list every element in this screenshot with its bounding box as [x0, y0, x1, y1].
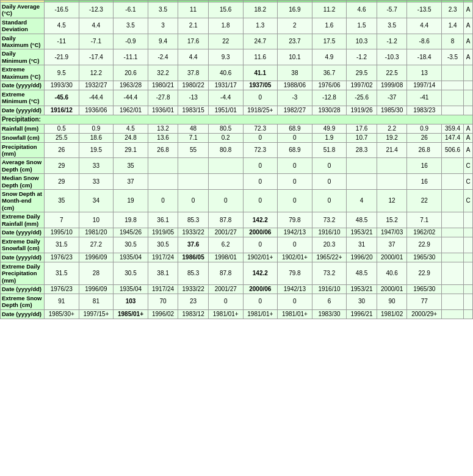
- cell-value: 16.9: [278, 2, 312, 18]
- cell-value: [464, 262, 473, 284]
- cell-value: 1902/01+: [243, 253, 278, 262]
- table-row: Precipitation:: [1, 115, 473, 124]
- cell-value: -5.7: [377, 2, 407, 18]
- cell-value: [442, 90, 464, 106]
- cell-value: A: [464, 18, 473, 34]
- table-row: Date (yyyy/dd)1976/231996/091935/041917/…: [1, 253, 473, 262]
- cell-value: 29.5: [347, 65, 377, 81]
- row-label: Rainfall (mm): [1, 124, 45, 133]
- table-row: Date (yyyy/dd)1995/101981/201945/261919/…: [1, 228, 473, 237]
- cell-value: 1981/01+: [208, 309, 243, 319]
- cell-value: 1963/28: [114, 81, 148, 90]
- cell-value: 2000/01: [377, 253, 407, 262]
- cell-value: 0: [312, 158, 347, 174]
- table-row: Date (yyyy/dd)1976/231996/091935/041917/…: [1, 284, 473, 294]
- cell-value: 1917/24: [148, 284, 178, 294]
- cell-value: 24.7: [243, 34, 278, 49]
- cell-value: [347, 174, 377, 190]
- cell-value: 26: [407, 133, 442, 142]
- table-row: Extreme Daily Rainfall (mm)71019.836.185…: [1, 212, 473, 228]
- cell-value: 142.2: [243, 262, 278, 284]
- cell-value: 23: [178, 294, 209, 309]
- cell-value: [464, 294, 473, 309]
- cell-value: [178, 158, 209, 174]
- cell-value: 2.3: [442, 2, 464, 18]
- cell-value: 1965/30: [407, 284, 442, 294]
- cell-value: [377, 174, 407, 190]
- cell-value: 1918/25+: [243, 106, 278, 115]
- cell-value: 28: [79, 262, 114, 284]
- cell-value: 68.9: [278, 124, 312, 133]
- cell-value: 1942/13: [278, 284, 312, 294]
- cell-value: 31.5: [45, 262, 79, 284]
- cell-value: 38: [278, 65, 312, 81]
- cell-value: 48: [178, 124, 209, 133]
- cell-value: 1902/01+: [278, 253, 312, 262]
- cell-value: 1.5: [347, 18, 377, 34]
- cell-value: -44.4: [79, 90, 114, 106]
- cell-value: [208, 174, 243, 190]
- cell-value: [442, 309, 464, 319]
- cell-value: 70: [148, 294, 178, 309]
- cell-value: -44.4: [114, 90, 148, 106]
- cell-value: 18.6: [79, 133, 114, 142]
- cell-value: 13.2: [148, 124, 178, 133]
- cell-value: A: [464, 34, 473, 49]
- cell-value: [442, 237, 464, 253]
- cell-value: -0.9: [114, 34, 148, 49]
- cell-value: 142.2: [243, 212, 278, 228]
- cell-value: A: [464, 142, 473, 158]
- cell-value: 0: [278, 158, 312, 174]
- cell-value: 48.5: [347, 212, 377, 228]
- cell-value: 17.6: [347, 124, 377, 133]
- cell-value: 38.1: [148, 262, 178, 284]
- cell-value: -25.6: [347, 90, 377, 106]
- cell-value: 1988/06: [278, 81, 312, 90]
- cell-value: 0: [278, 294, 312, 309]
- cell-value: 31.5: [45, 237, 79, 253]
- cell-value: 37.8: [178, 65, 209, 81]
- cell-value: 36.7: [312, 65, 347, 81]
- cell-value: 22.5: [377, 65, 407, 81]
- cell-value: 10.3: [347, 34, 377, 49]
- cell-value: 1982/27: [278, 106, 312, 115]
- table-row: Daily Maximum (°C)-11-7.1-0.99.417.62224…: [1, 34, 473, 49]
- cell-value: 103: [114, 294, 148, 309]
- cell-value: 85.3: [178, 212, 209, 228]
- row-label: Precipitation (mm): [1, 142, 45, 158]
- climate-data-table: Daily Average (°C)-16.5-12.3-6.13.51115.…: [0, 0, 473, 319]
- cell-value: 1999/08: [377, 81, 407, 90]
- cell-value: 73.2: [312, 212, 347, 228]
- cell-value: 1976/23: [45, 253, 79, 262]
- cell-value: 0: [243, 294, 278, 309]
- cell-value: -37: [377, 90, 407, 106]
- cell-value: 30.5: [148, 237, 178, 253]
- cell-value: 77: [407, 294, 442, 309]
- cell-value: -11.1: [114, 49, 148, 65]
- cell-value: 22.9: [407, 237, 442, 253]
- cell-value: [464, 237, 473, 253]
- cell-value: 9.5: [45, 65, 79, 81]
- cell-value: -45.6: [45, 90, 79, 106]
- cell-value: 1983/12: [178, 309, 209, 319]
- cell-value: 3.5: [114, 18, 148, 34]
- cell-value: 1985/30: [377, 106, 407, 115]
- cell-value: [442, 190, 464, 212]
- cell-value: 1981/02: [377, 309, 407, 319]
- cell-value: [442, 294, 464, 309]
- cell-value: 1980/22: [178, 81, 209, 90]
- cell-value: -21.9: [45, 49, 79, 65]
- cell-value: C: [464, 174, 473, 190]
- cell-value: 80.8: [208, 142, 243, 158]
- cell-value: 1.8: [208, 18, 243, 34]
- cell-value: 0: [243, 133, 278, 142]
- cell-value: 1919/05: [148, 228, 178, 237]
- cell-value: 0: [312, 174, 347, 190]
- cell-value: 2.1: [178, 18, 209, 34]
- cell-value: 2001/27: [208, 284, 243, 294]
- cell-value: 22: [407, 190, 442, 212]
- cell-value: -10.3: [377, 49, 407, 65]
- cell-value: 80.5: [208, 124, 243, 133]
- cell-value: 25.5: [45, 133, 79, 142]
- cell-value: [442, 174, 464, 190]
